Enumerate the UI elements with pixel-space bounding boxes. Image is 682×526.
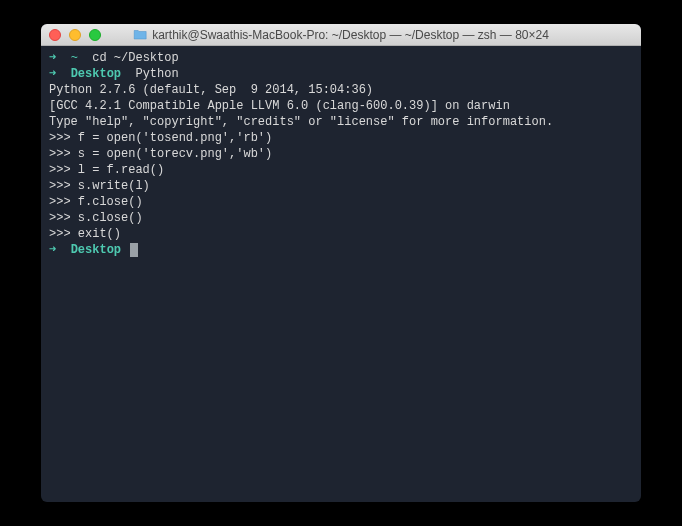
close-icon[interactable] — [49, 29, 61, 41]
python-prompt: >>> — [49, 211, 78, 225]
maximize-icon[interactable] — [89, 29, 101, 41]
folder-icon — [133, 29, 147, 40]
command-text: exit() — [78, 227, 121, 241]
traffic-lights — [49, 29, 101, 41]
terminal-line: ➜ Desktop Python — [49, 66, 633, 82]
output-text: [GCC 4.2.1 Compatible Apple LLVM 6.0 (cl… — [49, 99, 510, 113]
terminal-line: Python 2.7.6 (default, Sep 9 2014, 15:04… — [49, 82, 633, 98]
python-prompt: >>> — [49, 179, 78, 193]
python-prompt: >>> — [49, 227, 78, 241]
prompt-cwd: Desktop — [71, 67, 121, 81]
python-prompt: >>> — [49, 147, 78, 161]
prompt-arrow: ➜ — [49, 243, 56, 257]
command-text: l = f.read() — [78, 163, 164, 177]
command-text: Python — [135, 67, 178, 81]
titlebar[interactable]: karthik@Swaathis-MacBook-Pro: ~/Desktop … — [41, 24, 641, 46]
terminal-line: ➜ ~ cd ~/Desktop — [49, 50, 633, 66]
command-text: s.close() — [78, 211, 143, 225]
terminal-line: Type "help", "copyright", "credits" or "… — [49, 114, 633, 130]
terminal-line: [GCC 4.2.1 Compatible Apple LLVM 6.0 (cl… — [49, 98, 633, 114]
prompt-arrow: ➜ — [49, 51, 56, 65]
terminal-line: >>> s.close() — [49, 210, 633, 226]
window-title: karthik@Swaathis-MacBook-Pro: ~/Desktop … — [133, 28, 549, 42]
prompt-arrow: ➜ — [49, 67, 56, 81]
output-text: Python 2.7.6 (default, Sep 9 2014, 15:04… — [49, 83, 373, 97]
terminal-body[interactable]: ➜ ~ cd ~/Desktop ➜ Desktop Python Python… — [41, 46, 641, 262]
command-text: s.write(l) — [78, 179, 150, 193]
minimize-icon[interactable] — [69, 29, 81, 41]
command-text: s = open('torecv.png','wb') — [78, 147, 272, 161]
prompt-cwd: ~ — [71, 51, 78, 65]
window-title-text: karthik@Swaathis-MacBook-Pro: ~/Desktop … — [152, 28, 549, 42]
terminal-window: karthik@Swaathis-MacBook-Pro: ~/Desktop … — [41, 24, 641, 502]
output-text: Type "help", "copyright", "credits" or "… — [49, 115, 553, 129]
command-text: f = open('tosend.png','rb') — [78, 131, 272, 145]
terminal-line: >>> f = open('tosend.png','rb') — [49, 130, 633, 146]
terminal-line: >>> f.close() — [49, 194, 633, 210]
terminal-line: >>> s.write(l) — [49, 178, 633, 194]
python-prompt: >>> — [49, 195, 78, 209]
python-prompt: >>> — [49, 131, 78, 145]
terminal-line: ➜ Desktop — [49, 242, 633, 258]
terminal-line: >>> l = f.read() — [49, 162, 633, 178]
cursor — [130, 243, 138, 257]
command-text: f.close() — [78, 195, 143, 209]
terminal-line: >>> s = open('torecv.png','wb') — [49, 146, 633, 162]
python-prompt: >>> — [49, 163, 78, 177]
command-text: cd ~/Desktop — [92, 51, 178, 65]
terminal-line: >>> exit() — [49, 226, 633, 242]
prompt-cwd: Desktop — [71, 243, 121, 257]
